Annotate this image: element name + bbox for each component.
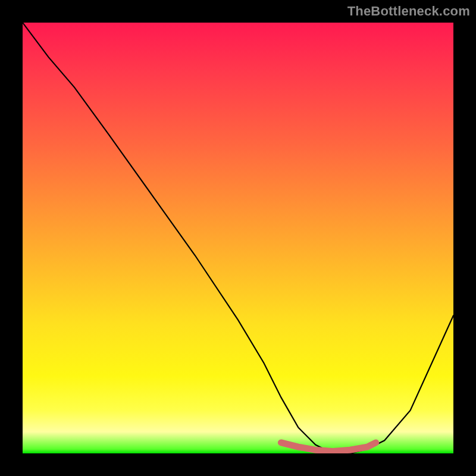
plot-area xyxy=(23,23,453,453)
watermark-text: TheBottleneck.com xyxy=(347,4,470,19)
chart-frame: TheBottleneck.com xyxy=(0,0,476,476)
bottleneck-curve xyxy=(23,23,453,453)
curve-layer xyxy=(23,23,453,453)
trough-highlight xyxy=(281,443,375,452)
